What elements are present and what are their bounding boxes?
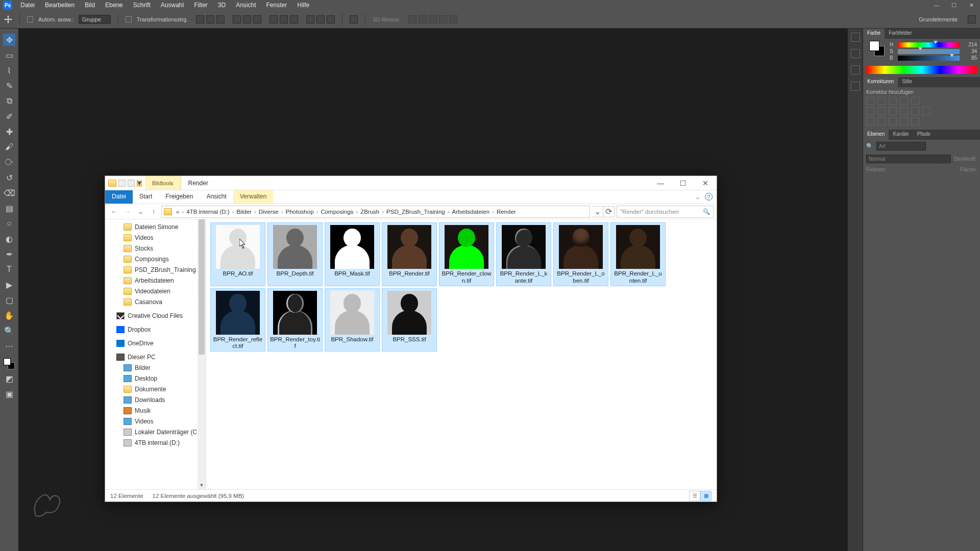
brush-tool[interactable]: 🖌 — [3, 141, 15, 153]
gradient-tool[interactable]: ▤ — [3, 202, 15, 214]
tab-layers[interactable]: Ebenen — [863, 130, 889, 140]
adjust-icon[interactable] — [900, 97, 908, 105]
ribbon-start[interactable]: Start — [133, 190, 159, 204]
sidebar-item[interactable]: Dateien Simone📌 — [105, 221, 206, 232]
auto-select-dropdown[interactable]: Gruppe — [79, 15, 111, 24]
align-icon[interactable] — [243, 15, 251, 23]
scroll-down-icon[interactable]: ▼ — [198, 481, 206, 489]
menu-ansicht[interactable]: Ansicht — [231, 0, 261, 10]
ps-close-button[interactable]: ✕ — [963, 0, 980, 10]
breadcrumb-item[interactable]: Photoshop — [284, 209, 316, 215]
ribbon-share[interactable]: Freigeben — [159, 190, 200, 204]
stamp-tool[interactable]: ⧂ — [3, 156, 15, 168]
quick-mask-tool[interactable]: ◩ — [3, 372, 15, 385]
adjust-icon[interactable] — [866, 107, 874, 115]
sat-slider[interactable] — [898, 49, 960, 54]
refresh-button[interactable]: ⟳ — [603, 206, 615, 217]
tab-color[interactable]: Farbe — [863, 29, 885, 39]
lock-icon[interactable] — [889, 166, 895, 172]
sidebar-item[interactable]: Videos📌 — [105, 232, 206, 243]
quick-access-button[interactable] — [118, 180, 126, 187]
sidebar-item[interactable]: OneDrive — [105, 338, 206, 348]
adjust-icon[interactable] — [866, 97, 874, 105]
menu-schrift[interactable]: Schrift — [128, 0, 156, 10]
adjust-icon[interactable] — [889, 97, 897, 105]
filter-icon[interactable] — [939, 143, 946, 150]
help-icon[interactable]: ? — [705, 193, 713, 201]
mode3d-icon[interactable] — [449, 15, 457, 23]
align-icon[interactable] — [206, 15, 214, 23]
eyedropper-tool[interactable]: ✐ — [3, 110, 15, 122]
menu-datei[interactable]: Datei — [15, 0, 40, 10]
distribute-icon[interactable] — [270, 15, 278, 23]
rectangle-tool[interactable]: ▢ — [3, 294, 15, 306]
nav-up-button[interactable]: ↑ — [148, 206, 159, 217]
menu-hilfe[interactable]: Hilfe — [292, 0, 314, 10]
explorer-titlebar[interactable]: ▾ Bildtools Render — ☐ ✕ — [105, 176, 717, 190]
align-icon[interactable] — [196, 15, 204, 23]
filter-type-dropdown[interactable]: Art — [876, 142, 926, 151]
file-item[interactable]: BPR_Shadow.tif — [325, 288, 380, 352]
file-item[interactable]: BPR_Render_L_kante.tif — [496, 222, 551, 286]
adjust-icon[interactable] — [900, 117, 908, 126]
file-item[interactable]: BPR_Render_toy.tif — [267, 288, 323, 352]
breadcrumb-item[interactable]: Diverse — [257, 209, 281, 215]
lock-icon[interactable] — [916, 166, 922, 172]
file-item[interactable]: BPR_Mask.tif — [325, 222, 380, 286]
menu-auswahl[interactable]: Auswahl — [156, 0, 189, 10]
dodge-tool[interactable]: ◐ — [3, 233, 15, 245]
menu-ebene[interactable]: Ebene — [100, 0, 128, 10]
ps-maximize-button[interactable]: ☐ — [945, 0, 963, 10]
ps-minimize-button[interactable]: — — [928, 0, 945, 10]
breadcrumb-item[interactable]: Arbeitsdateien — [450, 209, 492, 215]
dock-icon[interactable] — [851, 65, 860, 74]
filter-icon[interactable] — [960, 143, 967, 150]
menu-filter[interactable]: Filter — [189, 0, 213, 10]
sidebar-item[interactable]: Dieser PC — [105, 352, 206, 362]
adjust-icon[interactable] — [922, 107, 930, 115]
sidebar-item[interactable]: 4TB internal (D:) — [105, 437, 206, 448]
sidebar-item[interactable]: Downloads — [105, 394, 206, 405]
auto-select-checkbox[interactable] — [27, 16, 33, 22]
view-details-button[interactable]: ☰ — [689, 491, 700, 501]
distribute-icon[interactable] — [306, 15, 314, 23]
crop-tool[interactable]: ⧉ — [3, 95, 15, 107]
sidebar-item[interactable]: Bilder — [105, 362, 206, 373]
eraser-tool[interactable]: ⌫ — [3, 187, 15, 199]
explorer-file-grid[interactable]: BPR_AO.tifBPR_Depth.tifBPR_Mask.tifBPR_R… — [206, 219, 717, 489]
scroll-thumb[interactable] — [199, 219, 205, 355]
blend-mode-dropdown[interactable]: Normal — [866, 155, 951, 163]
minimize-button[interactable]: — — [649, 176, 672, 190]
adjust-icon[interactable] — [911, 117, 919, 126]
move-tool[interactable]: ✥ — [3, 34, 15, 46]
adjust-icon[interactable] — [889, 117, 897, 126]
zoom-tool[interactable]: 🔍 — [3, 324, 15, 337]
file-item[interactable]: BPR_Render_L_oben.tif — [553, 222, 608, 286]
search-input[interactable]: "Render" durchsuchen 🔍 — [617, 206, 714, 218]
hand-tool[interactable]: ✋ — [3, 309, 15, 321]
file-item[interactable]: BPR_Depth.tif — [267, 222, 323, 286]
breadcrumb-item[interactable]: « — [174, 209, 181, 215]
menu-bild[interactable]: Bild — [80, 0, 100, 10]
menu-fenster[interactable]: Fenster — [261, 0, 292, 10]
toolbar-more[interactable]: ⋯ — [3, 340, 15, 352]
type-tool[interactable]: T — [3, 263, 15, 276]
maximize-button[interactable]: ☐ — [672, 176, 694, 190]
distribute-icon[interactable] — [316, 15, 325, 23]
menu-3d[interactable]: 3D — [213, 0, 231, 10]
lock-icon[interactable] — [925, 166, 932, 172]
sidebar-item[interactable]: Desktop — [105, 373, 206, 384]
mode3d-icon[interactable] — [408, 15, 416, 23]
sidebar-item[interactable]: Creative Cloud Files — [105, 310, 206, 321]
blur-tool[interactable]: ○ — [3, 217, 15, 230]
file-item[interactable]: BPR_Render_clown.tif — [439, 222, 494, 286]
workspace-label[interactable]: Grundelemente — [919, 16, 958, 22]
adjust-icon[interactable] — [911, 107, 919, 115]
sidebar-item[interactable]: Casanova📌 — [105, 296, 206, 307]
file-item[interactable]: BPR_AO.tif — [210, 222, 265, 286]
filter-icon[interactable] — [949, 143, 957, 150]
file-item[interactable]: BPR_SSS.tif — [382, 288, 437, 352]
nav-history-dropdown[interactable]: ⌄ — [135, 206, 146, 217]
distribute-icon[interactable] — [280, 15, 288, 23]
sidebar-item[interactable]: Lokaler Datenträger (C:) — [105, 427, 206, 437]
